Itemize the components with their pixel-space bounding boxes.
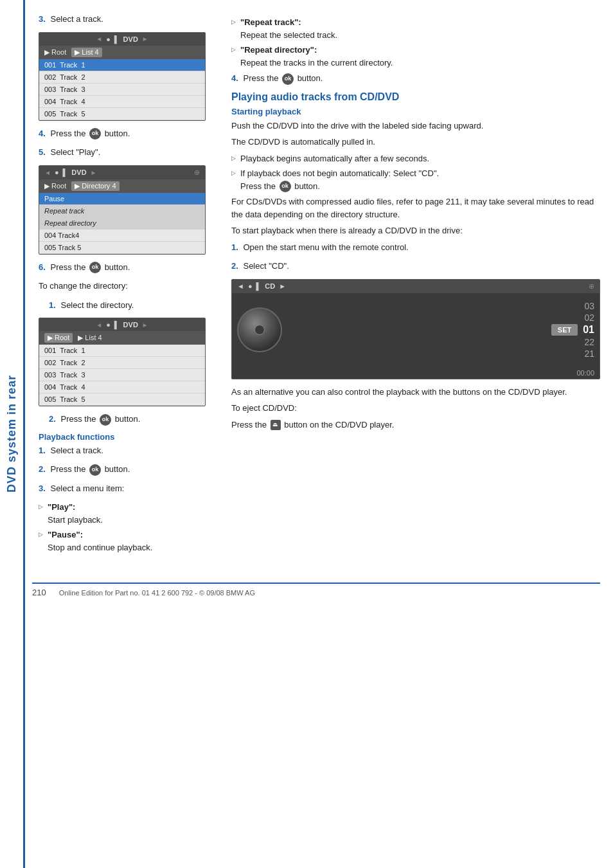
step-change-1-text: Select the directory. bbox=[60, 300, 134, 310]
play-icon: ▌ bbox=[114, 35, 120, 43]
already-step-2-num: 2. bbox=[231, 261, 238, 271]
breadcrumb-list-3: ▶ List 4 bbox=[78, 334, 102, 342]
settings-icon-2: ⊕ bbox=[194, 168, 200, 177]
pf-pause-title: "Pause": bbox=[48, 530, 83, 539]
bullet-no-auto: If playback does not begin automatically… bbox=[231, 167, 600, 192]
eject-para: To eject CD/DVD: bbox=[231, 402, 600, 415]
cd-set-button: SET bbox=[551, 324, 578, 336]
bullet-no-auto-text: If playback does not begin automatically… bbox=[240, 168, 439, 178]
cd-screen: ◄ ● ▌ CD ► ⊕ 03 02 SET 01 bbox=[231, 279, 600, 379]
nav-left-icon: ◄ bbox=[96, 35, 102, 42]
cd-disc bbox=[237, 307, 282, 352]
cd-track-row-1: 03 bbox=[584, 301, 594, 311]
auto-pull-para: The CD/DVD is automatically pulled in. bbox=[231, 136, 600, 149]
right-step-4-text: Press the bbox=[243, 73, 278, 83]
step-6-text: Press the bbox=[50, 262, 85, 272]
pf-step-3-num: 3. bbox=[39, 484, 46, 493]
pf-step-3-text: Select a menu item: bbox=[50, 484, 124, 493]
nav-left-icon-2: ◄ bbox=[44, 169, 51, 176]
cd-nav-left: ◄ bbox=[237, 282, 244, 290]
dvd-breadcrumb-1: ▶ Root ▶ List 4 bbox=[39, 46, 205, 59]
dvd-header-2: ◄ ● ▌ DVD ► ⊕ bbox=[39, 166, 205, 179]
change-dir-text: To change the directory: bbox=[39, 281, 128, 291]
playback-functions-title: Playback functions bbox=[39, 432, 218, 442]
dvd-header-1: ◄ ● ▌ DVD ► bbox=[39, 33, 205, 46]
bullet-repeat-dir: "Repeat directory": Repeat the tracks in… bbox=[231, 44, 600, 69]
dvd-screen-2: ◄ ● ▌ DVD ► ⊕ ▶ Root ▶ Directory 4 Pause… bbox=[39, 165, 206, 255]
pf-step-2-text: Press the bbox=[50, 464, 88, 474]
menu-track-5: 005 Track 5 bbox=[39, 242, 205, 254]
eject-instruction: Press the ⏏ button on the CD/DVD player. bbox=[231, 419, 600, 431]
step-5-text: Select "Play". bbox=[50, 147, 100, 157]
breadcrumb-root: ▶ Root bbox=[44, 48, 66, 57]
bullet-auto-play: Playback begins automatically after a fe… bbox=[231, 152, 600, 165]
already-step-1: 1. Open the start menu with the remote c… bbox=[231, 241, 600, 254]
cd-track-21: 21 bbox=[584, 348, 594, 359]
s3-track-3: 003 Track 3 bbox=[39, 369, 205, 381]
step-change-2-rest: button. bbox=[115, 414, 141, 424]
page-number: 210 bbox=[32, 588, 46, 597]
step-change-2-text: Press the bbox=[60, 414, 96, 424]
track-1: 001 Track 1 bbox=[39, 59, 205, 71]
cd-body: 03 02 SET 01 22 21 bbox=[232, 293, 600, 366]
section-title: Playing audio tracks from CD/DVD bbox=[231, 91, 600, 103]
right-step-4-rest: button. bbox=[298, 73, 323, 83]
step-change-2: 2. Press the ok button. bbox=[49, 413, 218, 426]
cd-settings-icon: ⊕ bbox=[589, 282, 594, 291]
bullet-no-auto-btn-text: button. bbox=[294, 181, 320, 191]
bullet-no-auto-ok: Press the bbox=[240, 181, 278, 191]
step-5-num: 5. bbox=[39, 147, 46, 157]
ok-button-icon-c2: ok bbox=[100, 414, 111, 426]
ok-button-icon-pf2: ok bbox=[89, 464, 101, 476]
starting-bullets: Playback begins automatically after a fe… bbox=[231, 152, 600, 193]
ok-button-icon-6: ok bbox=[89, 262, 101, 273]
eject-rest: button on the CD/DVD player. bbox=[284, 420, 394, 429]
play-icon-2: ▌ bbox=[63, 168, 68, 176]
repeat-dir-title: "Repeat directory": bbox=[240, 45, 317, 55]
footer-text: Online Edition for Part no. 01 41 2 600 … bbox=[59, 589, 255, 597]
repeat-dir-desc: Repeat the tracks in the current directo… bbox=[240, 58, 393, 68]
step-5: 5. Select "Play". bbox=[39, 146, 218, 159]
dvd-list-1: 001 Track 1 002 Track 2 003 Track 3 004 … bbox=[39, 59, 205, 120]
dvd-screen-3: ◄ ● ▌ DVD ► ▶ Root ▶ List 4 001 Track 1 … bbox=[39, 318, 206, 406]
dvd-breadcrumb-2: ▶ Root ▶ Directory 4 bbox=[39, 179, 205, 193]
s3-track-5: 005 Track 5 bbox=[39, 393, 205, 406]
step-change-1-num: 1. bbox=[49, 300, 56, 310]
pf-bullet-pause: "Pause": Stop and continue playback. bbox=[39, 529, 218, 554]
repeat-track-desc: Repeat the selected track. bbox=[240, 30, 337, 40]
pf-step-3: 3. Select a menu item: bbox=[39, 482, 218, 495]
dvd-breadcrumb-3: ▶ Root ▶ List 4 bbox=[39, 331, 205, 345]
pf-play-title: "Play": bbox=[48, 502, 75, 512]
cd-nav-right: ► bbox=[279, 282, 286, 290]
menu-pause: Pause bbox=[39, 193, 205, 205]
footer: 210 Online Edition for Part no. 01 41 2 … bbox=[32, 583, 600, 597]
step-4-left: 4. Press the ok button. bbox=[39, 127, 218, 140]
cd-track-row-2: 02 bbox=[584, 312, 594, 323]
disc-icon-3: ● bbox=[106, 321, 111, 329]
cd-track-02: 02 bbox=[584, 312, 594, 323]
track-3: 003 Track 3 bbox=[39, 84, 205, 96]
dvd-list-2: Pause Repeat track Repeat directory 004 … bbox=[39, 193, 205, 254]
eject-button-icon: ⏏ bbox=[271, 420, 281, 430]
track-5: 005 Track 5 bbox=[39, 108, 205, 120]
dvd-label-2: DVD bbox=[71, 168, 86, 176]
subsection-starting: Starting playback bbox=[231, 107, 600, 116]
starting-para: Push the CD/DVD into the drive with the … bbox=[231, 120, 600, 132]
change-dir: To change the directory: bbox=[39, 280, 218, 293]
already-step-1-num: 1. bbox=[231, 242, 238, 252]
ok-button-icon-r4: ok bbox=[282, 73, 294, 85]
track-2: 002 Track 2 bbox=[39, 71, 205, 84]
bullet-auto-play-text: Playback begins automatically after a fe… bbox=[240, 154, 429, 163]
track-4: 004 Track 4 bbox=[39, 96, 205, 108]
step-6: 6. Press the ok button. bbox=[39, 261, 218, 274]
cd-track-row-5: 21 bbox=[584, 348, 594, 359]
right-step-4-num: 4. bbox=[231, 73, 238, 83]
breadcrumb-list: ▶ List 4 bbox=[71, 48, 102, 57]
compressed-para: For CDs/DVDs with compressed audio files… bbox=[231, 195, 600, 221]
cd-track-03: 03 bbox=[584, 301, 594, 311]
nav-right-icon-2: ► bbox=[91, 169, 97, 176]
step-change-2-num: 2. bbox=[49, 414, 56, 424]
breadcrumb-root-3: ▶ Root bbox=[44, 333, 73, 343]
menu-repeat-dir: Repeat directory bbox=[39, 217, 205, 230]
bullet-repeat-track: "Repeat track": Repeat the selected trac… bbox=[231, 16, 600, 41]
